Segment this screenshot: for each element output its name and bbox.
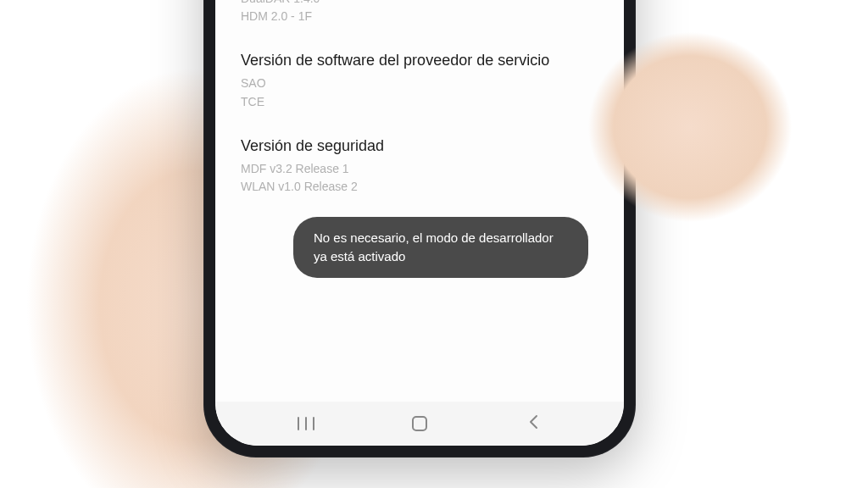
settings-content[interactable]: Wed Feb 16 07:12:23 2022 Versión de Knox…: [215, 0, 624, 402]
provider-line: SAO: [241, 75, 598, 93]
knox-version-section[interactable]: Versión de Knox Knox 3.8 Knox API level …: [241, 0, 598, 26]
thumb-illustration: [571, 17, 809, 237]
security-version-section[interactable]: Versión de seguridad MDF v3.2 Release 1 …: [241, 137, 598, 197]
home-button[interactable]: [394, 412, 445, 435]
phone-screen: Wed Feb 16 07:12:23 2022 Versión de Knox…: [215, 0, 624, 446]
knox-line: HDM 2.0 - 1F: [241, 8, 598, 26]
home-icon: [412, 416, 427, 431]
navigation-bar: [215, 402, 624, 446]
knox-line: DualDAR 1.4.0: [241, 0, 598, 8]
security-line: WLAN v1.0 Release 2: [241, 178, 598, 197]
security-title: Versión de seguridad: [241, 137, 598, 155]
provider-version-section[interactable]: Versión de software del proveedor de ser…: [241, 52, 598, 111]
phone-frame: Wed Feb 16 07:12:23 2022 Versión de Knox…: [203, 0, 636, 458]
recents-button[interactable]: [281, 412, 331, 435]
toast-notification: No es necesario, el modo de desarrollado…: [293, 217, 588, 278]
recents-icon: [298, 417, 314, 430]
toast-text: No es necesario, el modo de desarrollado…: [314, 230, 554, 263]
provider-title: Versión de software del proveedor de ser…: [241, 52, 598, 69]
back-icon: [527, 413, 539, 434]
security-line: MDF v3.2 Release 1: [241, 160, 598, 179]
back-button[interactable]: [508, 412, 559, 435]
provider-line: TCE: [241, 93, 598, 112]
